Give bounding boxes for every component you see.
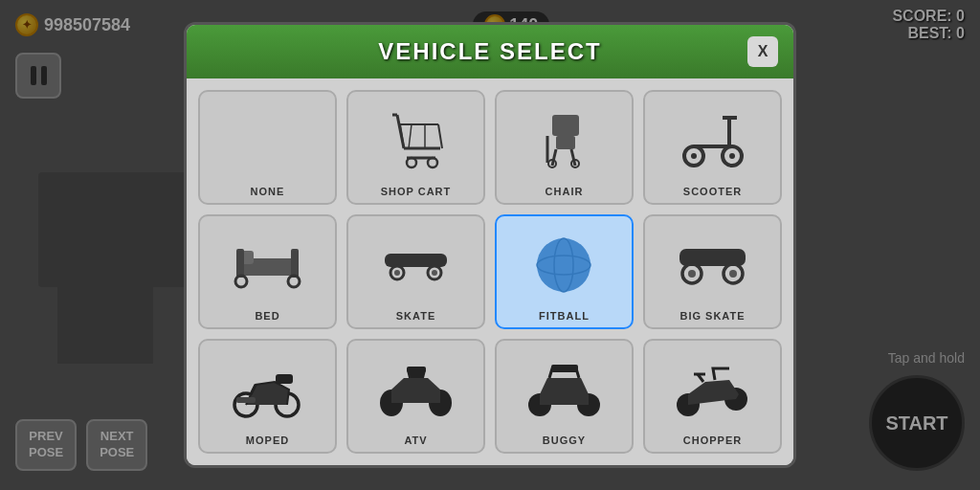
vehicle-label-bed: BED	[255, 310, 279, 322]
vehicle-grid: NONE	[187, 78, 793, 465]
svg-rect-31	[385, 254, 447, 267]
svg-point-36	[537, 238, 590, 292]
svg-rect-27	[236, 249, 244, 278]
modal-title: VEHICLE SELECT	[233, 38, 747, 65]
svg-rect-53	[551, 365, 578, 372]
vehicle-label-shop-cart: SHOP CART	[381, 186, 452, 197]
vehicle-icon-buggy	[501, 348, 628, 431]
vehicle-label-chair: CHAIR	[546, 186, 584, 197]
vehicle-card-atv[interactable]: ATV	[346, 339, 485, 454]
svg-rect-47	[236, 397, 256, 403]
svg-rect-50	[407, 367, 426, 372]
svg-rect-46	[276, 374, 293, 384]
vehicle-label-skate: SKATE	[396, 310, 435, 322]
vehicle-card-none[interactable]: NONE	[198, 90, 337, 205]
vehicle-card-bed[interactable]: BED	[198, 214, 337, 329]
svg-point-34	[394, 270, 400, 276]
vehicle-card-fitball[interactable]: FITBALL	[495, 214, 634, 329]
svg-line-7	[409, 124, 412, 148]
svg-line-6	[438, 124, 442, 148]
vehicle-card-chair[interactable]: CHAIR	[495, 90, 634, 205]
vehicle-card-skate[interactable]: SKATE	[346, 214, 485, 329]
vehicle-label-moped: MOPED	[246, 434, 289, 446]
svg-rect-28	[291, 249, 299, 278]
vehicle-icon-atv	[352, 348, 479, 431]
vehicle-label-buggy: BUGGY	[543, 434, 586, 446]
vehicle-card-chopper[interactable]: CHOPPER	[643, 339, 782, 454]
vehicle-icon-moped	[204, 348, 331, 431]
vehicle-icon-chair	[501, 100, 628, 182]
svg-point-42	[688, 270, 696, 278]
vehicle-label-fitball: FITBALL	[539, 310, 590, 322]
vehicle-label-atv: ATV	[404, 434, 427, 446]
vehicle-card-scooter[interactable]: SCOOTER	[643, 90, 782, 205]
svg-rect-12	[556, 136, 575, 149]
modal-header: VEHICLE SELECT X	[187, 25, 793, 78]
vehicle-label-chopper: CHOPPER	[683, 434, 742, 446]
close-button[interactable]: X	[747, 36, 778, 67]
vehicle-icon-fitball	[501, 224, 628, 306]
vehicle-icon-scooter	[649, 100, 776, 182]
vehicle-icon-none	[204, 100, 331, 182]
svg-point-23	[691, 153, 697, 159]
modal-overlay: VEHICLE SELECT X NONE	[0, 0, 980, 490]
vehicle-icon-bed	[204, 224, 331, 306]
vehicle-select-modal: VEHICLE SELECT X NONE	[184, 22, 796, 468]
vehicle-icon-big-skate	[649, 224, 776, 306]
svg-point-24	[729, 153, 735, 159]
vehicle-card-shop-cart[interactable]: SHOP CART	[346, 90, 485, 205]
vehicle-card-buggy[interactable]: BUGGY	[495, 339, 634, 454]
vehicle-icon-skate	[352, 224, 479, 306]
vehicle-label-big-skate: BIG SKATE	[679, 310, 745, 322]
svg-rect-11	[552, 115, 579, 136]
vehicle-label-none: NONE	[251, 186, 285, 197]
vehicle-icon-chopper	[649, 348, 776, 431]
vehicle-icon-shop-cart	[352, 100, 479, 182]
svg-point-35	[432, 270, 437, 276]
vehicle-label-scooter: SCOOTER	[683, 186, 742, 197]
vehicle-card-moped[interactable]: MOPED	[198, 339, 337, 454]
svg-point-43	[729, 270, 737, 278]
vehicle-card-big-skate[interactable]: BIG SKATE	[643, 214, 782, 329]
